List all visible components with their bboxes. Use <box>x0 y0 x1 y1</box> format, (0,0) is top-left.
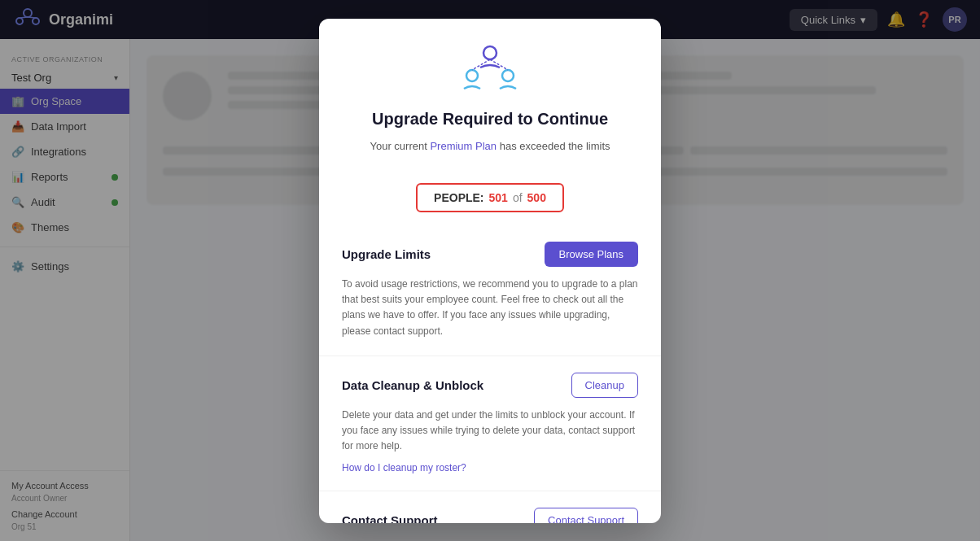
main-layout: ACTIVE ORGANIZATION Test Org ▾ 🏢 Org Spa… <box>0 39 980 541</box>
premium-plan-link[interactable]: Premium Plan <box>430 140 497 152</box>
modal-title: Upgrade Required to Continue <box>372 110 608 129</box>
people-limit: 500 <box>527 191 546 204</box>
cleanup-description: Delete your data and get under the limit… <box>342 408 638 455</box>
cleanup-section: Data Cleanup & Unblock Cleanup Delete yo… <box>319 356 661 492</box>
modal-header: Upgrade Required to Continue Your curren… <box>319 19 661 171</box>
support-section-header: Contact Support Contact Support <box>342 508 638 522</box>
svg-point-7 <box>502 70 514 81</box>
people-current: 501 <box>489 191 508 204</box>
upgrade-modal: Upgrade Required to Continue Your curren… <box>319 19 661 523</box>
support-title: Contact Support <box>342 513 438 522</box>
modal-icon <box>461 45 519 97</box>
people-of: of <box>513 191 523 204</box>
people-counter: PEOPLE: 501 of 500 <box>416 183 564 212</box>
cleanup-button[interactable]: Cleanup <box>571 373 638 398</box>
svg-point-5 <box>483 46 497 59</box>
contact-support-button[interactable]: Contact Support <box>534 508 638 522</box>
modal-overlay: Upgrade Required to Continue Your curren… <box>0 0 980 541</box>
upgrade-title: Upgrade Limits <box>342 247 431 261</box>
cleanup-section-header: Data Cleanup & Unblock Cleanup <box>342 373 638 398</box>
cleanup-title: Data Cleanup & Unblock <box>342 378 483 392</box>
upgrade-section: Upgrade Limits Browse Plans To avoid usa… <box>319 225 661 356</box>
cleanup-roster-link[interactable]: How do I cleanup my roster? <box>342 462 466 473</box>
modal-subtitle: Your current Premium Plan has exceeded t… <box>370 138 610 155</box>
svg-point-6 <box>466 70 478 81</box>
upgrade-description: To avoid usage restrictions, we recommen… <box>342 277 638 339</box>
upgrade-section-header: Upgrade Limits Browse Plans <box>342 242 638 267</box>
browse-plans-button[interactable]: Browse Plans <box>545 242 638 267</box>
support-section: Contact Support Contact Support Our Orga… <box>319 491 661 522</box>
people-label: PEOPLE: <box>434 191 483 204</box>
counter-wrapper: PEOPLE: 501 of 500 <box>319 170 661 225</box>
